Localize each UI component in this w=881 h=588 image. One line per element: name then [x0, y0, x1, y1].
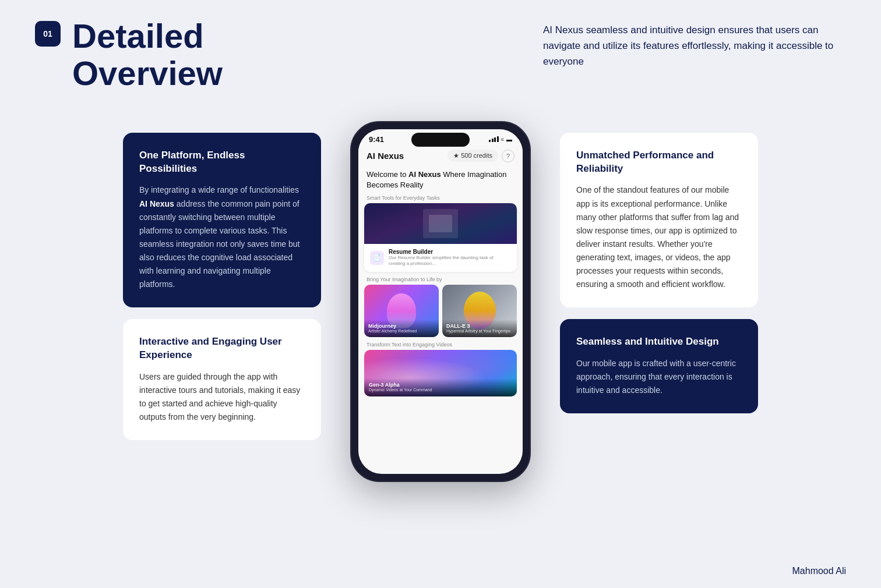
card-interactive-body: Users are guided through the app with in… — [139, 370, 305, 424]
card-seamless-body: Our mobile app is crafted with a user-ce… — [576, 357, 742, 397]
header-left: 01 DetailedOverview — [35, 17, 223, 92]
phone-screen-inner: 9:41 ≈ ▬ — [358, 129, 523, 474]
midjourney-title: Midjourney — [368, 323, 435, 329]
card-interactive: Interactive and Engaging User Experience… — [123, 319, 321, 440]
resume-card-info: 📄 Resume Builder Our Resume Builder simp… — [364, 244, 517, 272]
card-performance-title: Unmatched Performance and Reliability — [576, 149, 742, 176]
help-icon[interactable]: ? — [502, 150, 514, 162]
welcome-section: Welcome to AI Nexus Where Imagination Be… — [358, 167, 523, 195]
card-performance: Unmatched Performance and Reliability On… — [560, 133, 758, 308]
page-title: DetailedOverview — [72, 17, 223, 92]
right-column: Unmatched Performance and Reliability On… — [560, 133, 758, 414]
phone-device: 9:41 ≈ ▬ — [350, 121, 531, 482]
card-one-platform: One Platform, Endless Possibilities By i… — [123, 133, 321, 308]
wifi-icon: ≈ — [501, 136, 505, 143]
phone-mockup-container: 9:41 ≈ ▬ — [350, 121, 531, 482]
dalle-card[interactable]: DALL-E 3 Hyperreal Artistry at Your Fing… — [442, 285, 517, 337]
app-logo: AI Nexus — [367, 151, 404, 161]
card-interactive-title: Interactive and Engaging User Experience — [139, 335, 305, 362]
section3-label: Transform Text into Engaging Videos — [358, 342, 523, 350]
header: 01 DetailedOverview AI Nexus seamless an… — [35, 17, 846, 92]
card-performance-body: One of the standout features of our mobi… — [576, 183, 742, 291]
battery-icon: ▬ — [506, 136, 512, 143]
page-wrapper: 01 DetailedOverview AI Nexus seamless an… — [0, 0, 881, 588]
dalle-overlay: DALL-E 3 Hyperreal Artistry at Your Fing… — [442, 320, 517, 337]
phone-status-icons: ≈ ▬ — [489, 136, 512, 143]
midjourney-card[interactable]: Midjourney Artistic Alchemy Redefined — [364, 285, 439, 337]
welcome-text: Welcome to AI Nexus Where Imagination Be… — [367, 169, 514, 190]
midjourney-subtitle: Artistic Alchemy Redefined — [368, 329, 435, 333]
content-area: One Platform, Endless Possibilities By i… — [35, 121, 846, 482]
left-column: One Platform, Endless Possibilities By i… — [123, 133, 321, 441]
image-tools-grid: Midjourney Artistic Alchemy Redefined — [364, 285, 517, 337]
video-title: Gen-3 Alpha — [369, 382, 512, 388]
resume-builder-card[interactable]: 📄 Resume Builder Our Resume Builder simp… — [364, 203, 517, 272]
resume-text: Resume Builder Our Resume Builder simpli… — [389, 249, 511, 267]
dalle-subtitle: Hyperreal Artistry at Your Fingertips — [446, 329, 513, 333]
app-header: AI Nexus ★ 500 credits ? — [358, 146, 523, 167]
header-description: AI Nexus seamless and intuitive design e… — [543, 17, 846, 70]
video-tool-card[interactable]: Gen-3 Alpha Dynamic Videos at Your Comma… — [364, 350, 517, 396]
phone-notch — [411, 133, 470, 147]
section-badge: 01 — [35, 21, 61, 47]
midjourney-overlay: Midjourney Artistic Alchemy Redefined — [364, 320, 439, 337]
resume-card-image — [364, 203, 517, 244]
video-subtitle: Dynamic Videos at Your Command — [369, 388, 512, 392]
resume-icon: 📄 — [370, 251, 384, 265]
card-one-platform-body: By integrating a wide range of functiona… — [139, 183, 305, 291]
video-overlay: Gen-3 Alpha Dynamic Videos at Your Comma… — [364, 378, 517, 396]
card-one-platform-title: One Platform, Endless Possibilities — [139, 149, 305, 176]
section2-label: Bring Your Imagination to Life by — [358, 277, 523, 285]
signal-icon — [489, 136, 499, 142]
section1-label: Smart Tools for Everyday Tasks — [358, 195, 523, 203]
phone-time: 9:41 — [369, 135, 384, 144]
credits-badge: ★ 500 credits — [447, 150, 498, 162]
card-seamless-title: Seamless and Intuitive Design — [576, 335, 742, 349]
dalle-title: DALL-E 3 — [446, 323, 513, 329]
card-seamless: Seamless and Intuitive Design Our mobile… — [560, 319, 758, 413]
footer-author: Mahmood Ali — [792, 566, 847, 576]
